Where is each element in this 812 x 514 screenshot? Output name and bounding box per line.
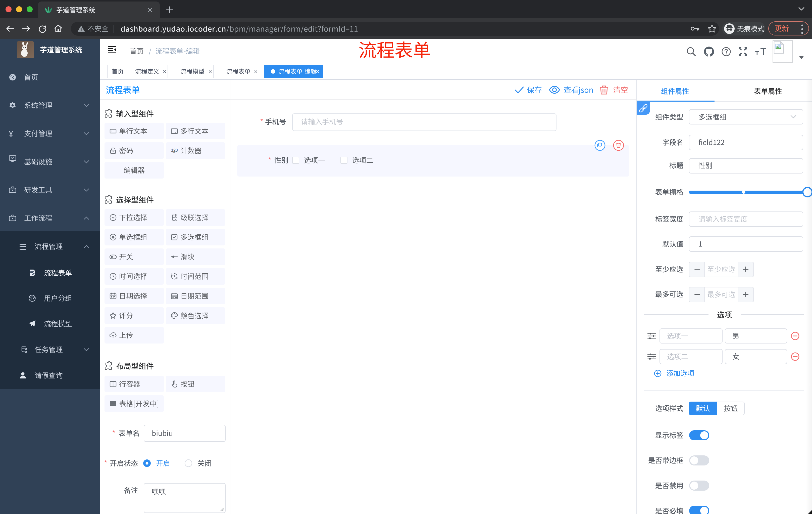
svg-text:123: 123 [171, 148, 178, 153]
